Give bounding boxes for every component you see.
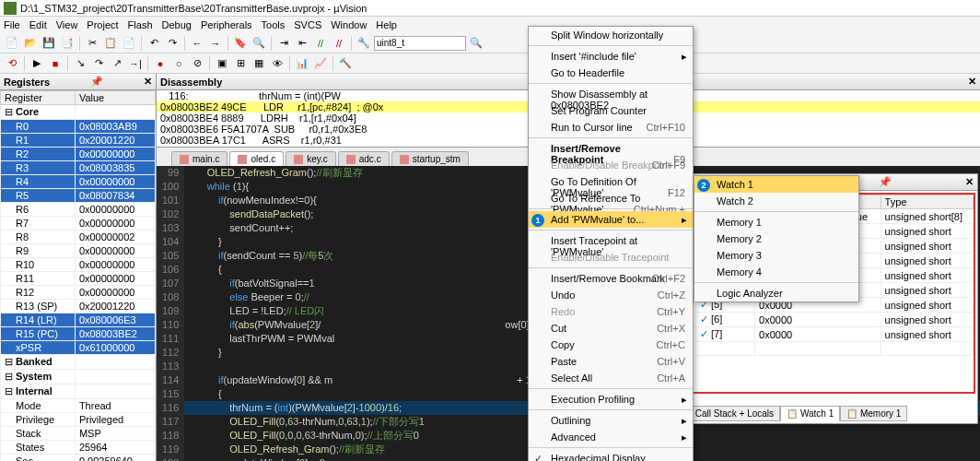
reg-name[interactable]: R13 (SP) xyxy=(1,300,76,313)
menu-tools[interactable]: Tools xyxy=(262,19,286,30)
watch-icon[interactable]: 👁 xyxy=(269,55,286,72)
comment-icon[interactable]: // xyxy=(312,35,329,52)
menu-file[interactable]: File xyxy=(4,19,20,30)
save-icon[interactable]: 💾 xyxy=(41,35,57,52)
reg-name[interactable]: xPSR xyxy=(1,341,76,355)
menu-item[interactable]: Logic Analyzer xyxy=(694,285,858,301)
menu-item[interactable]: Advanced▸ xyxy=(529,429,693,445)
outdent-icon[interactable]: ⇤ xyxy=(294,35,310,52)
close-icon[interactable]: ✕ xyxy=(144,76,152,88)
menu-item[interactable]: Insert/Remove BookmarkCtrl+F2 xyxy=(529,270,693,287)
menu-item[interactable]: Memory 4 xyxy=(694,264,858,280)
bp-kill-icon[interactable]: ⊘ xyxy=(189,55,205,72)
pin-icon[interactable]: 📌 xyxy=(90,76,103,88)
menu-svcs[interactable]: SVCS xyxy=(294,19,321,30)
reg-name[interactable]: R5 xyxy=(1,189,76,203)
find-icon[interactable]: 🔍 xyxy=(251,35,267,52)
stop-icon[interactable]: ■ xyxy=(47,55,64,72)
reg-name[interactable]: R6 xyxy=(1,203,76,217)
bp-enable-icon[interactable]: ○ xyxy=(170,55,187,72)
pin-icon[interactable]: 📌 xyxy=(879,176,892,188)
new-file-icon[interactable]: 📄 xyxy=(4,35,20,52)
reg-name[interactable]: R4 xyxy=(1,175,76,189)
redo-icon[interactable]: ↷ xyxy=(164,35,181,52)
menu-item[interactable]: Go to Headerfile xyxy=(529,65,693,81)
reg-group[interactable]: ⊟ System xyxy=(1,370,76,384)
reg-group[interactable]: ⊟ Core xyxy=(1,105,76,120)
reg-name[interactable]: R15 (PC) xyxy=(1,327,76,341)
menu-item[interactable]: Select AllCtrl+A xyxy=(529,370,693,386)
menu-edit[interactable]: Edit xyxy=(29,19,47,30)
open-file-icon[interactable]: 📂 xyxy=(22,35,39,52)
step-over-icon[interactable]: ↷ xyxy=(90,55,107,72)
reg-name[interactable]: R2 xyxy=(1,148,76,161)
registers-icon[interactable]: ⊞ xyxy=(232,55,249,72)
menu-item[interactable]: Enable/Disable Tracepoint xyxy=(529,249,693,266)
nav-back-icon[interactable]: ← xyxy=(189,35,205,52)
memory-icon[interactable]: ▦ xyxy=(251,55,267,72)
close-icon[interactable]: ✕ xyxy=(965,176,974,188)
menu-item[interactable]: UndoCtrl+Z xyxy=(529,287,693,303)
step-into-icon[interactable]: ↘ xyxy=(72,55,88,72)
reg-group[interactable]: ⊟ Banked xyxy=(1,355,76,370)
menu-item[interactable]: Show Disassembly at 0x08003BE2 xyxy=(529,86,693,102)
menu-item[interactable]: 2Watch 1 xyxy=(694,176,858,193)
bookmark-icon[interactable]: 🔖 xyxy=(232,35,249,52)
menu-item[interactable]: Watch 2 xyxy=(694,193,858,209)
toolbox-icon[interactable]: 🔨 xyxy=(337,55,354,72)
reg-name[interactable]: R7 xyxy=(1,217,76,230)
indent-icon[interactable]: ⇥ xyxy=(275,35,292,52)
menu-item[interactable]: RedoCtrl+Y xyxy=(529,303,693,320)
copy-icon[interactable]: 📋 xyxy=(102,35,119,52)
analyzer-icon[interactable]: 📊 xyxy=(294,55,310,72)
menu-item[interactable]: Insert/Remove BreakpointF9 xyxy=(529,140,693,157)
reg-name[interactable]: Mode xyxy=(1,399,76,413)
tab-adc-c[interactable]: adc.c xyxy=(338,151,390,166)
menu-peripherals[interactable]: Peripherals xyxy=(201,19,252,30)
menu-item[interactable]: Memory 3 xyxy=(694,247,858,264)
close-icon[interactable]: ✕ xyxy=(968,76,976,88)
menu-debug[interactable]: Debug xyxy=(162,19,192,30)
step-out-icon[interactable]: ↗ xyxy=(109,55,125,72)
tab-key-c[interactable]: key.c xyxy=(286,151,336,166)
menu-item[interactable]: Insert Tracepoint at 'PWMvalue' xyxy=(529,232,693,249)
run-to-cursor-icon[interactable]: →| xyxy=(127,55,144,72)
reg-name[interactable]: R9 xyxy=(1,244,76,258)
reg-group[interactable]: ⊟ Internal xyxy=(1,384,76,399)
menu-item[interactable]: CopyCtrl+C xyxy=(529,337,693,353)
run-icon[interactable]: ▶ xyxy=(29,55,45,72)
menu-item[interactable]: Memory 2 xyxy=(694,230,858,247)
menu-help[interactable]: Help xyxy=(376,19,397,30)
menu-flash[interactable]: Flash xyxy=(128,19,153,30)
menu-item[interactable]: Execution Profiling▸ xyxy=(529,391,693,408)
menu-item[interactable]: Go To Reference To 'PWMvalue'Ctrl+Num + xyxy=(529,190,693,207)
menu-view[interactable]: View xyxy=(56,19,78,30)
menu-item[interactable]: Run to Cursor lineCtrl+F10 xyxy=(529,119,693,136)
uncomment-icon[interactable]: // xyxy=(331,35,347,52)
reg-name[interactable]: Stack xyxy=(1,427,76,441)
reset-icon[interactable]: ⟲ xyxy=(4,55,20,72)
reg-name[interactable]: R0 xyxy=(1,120,76,134)
menu-item[interactable]: Outlining▸ xyxy=(529,412,693,429)
menu-item[interactable]: Enable/Disable BreakpointCtrl+F9 xyxy=(529,157,693,173)
reg-name[interactable]: R12 xyxy=(1,286,76,300)
tab-oled-c[interactable]: oled.c xyxy=(229,151,284,166)
menu-item[interactable]: Split Window horizontally xyxy=(529,27,693,43)
tab-startup_stm[interactable]: startup_stm xyxy=(391,151,469,166)
reg-name[interactable]: R1 xyxy=(1,134,76,148)
trace-icon[interactable]: 📈 xyxy=(312,55,329,72)
menu-item[interactable]: Insert '#include file'▸ xyxy=(529,48,693,65)
breakpoint-icon[interactable]: ● xyxy=(152,55,169,72)
reg-name[interactable]: States xyxy=(1,441,76,455)
save-all-icon[interactable]: 📑 xyxy=(59,35,76,52)
reg-name[interactable]: R14 (LR) xyxy=(1,313,76,327)
menu-window[interactable]: Window xyxy=(331,19,367,30)
menu-item[interactable]: ✓Hexadecimal Display (radix=16) xyxy=(529,450,693,461)
reg-name[interactable]: R11 xyxy=(1,272,76,286)
nav-fwd-icon[interactable]: → xyxy=(207,35,224,52)
debug-config-icon[interactable]: 🔧 xyxy=(356,35,372,52)
menu-project[interactable]: Project xyxy=(87,19,118,30)
reg-name[interactable]: R10 xyxy=(1,258,76,272)
menu-item[interactable]: 1Add 'PWMvalue' to...▸ xyxy=(529,211,693,228)
reg-name[interactable]: R3 xyxy=(1,161,76,175)
